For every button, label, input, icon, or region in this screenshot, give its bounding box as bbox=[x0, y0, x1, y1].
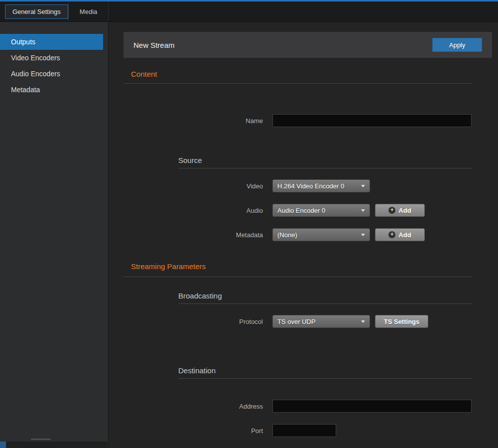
tab-divider bbox=[108, 1, 109, 21]
bottom-left-corner-accent bbox=[0, 442, 6, 448]
sidebar-list: Outputs Video Encoders Audio Encoders Me… bbox=[0, 22, 108, 98]
video-label: Video bbox=[124, 182, 263, 190]
chevron-down-icon bbox=[361, 209, 365, 212]
chevron-down-icon bbox=[361, 185, 365, 187]
subsection-title-source: Source bbox=[178, 156, 202, 164]
metadata-dropdown[interactable]: (None) bbox=[272, 228, 370, 241]
subsection-title-broadcasting: Broadcasting bbox=[178, 292, 222, 300]
audio-encoder-value: Audio Encoder 0 bbox=[277, 207, 325, 214]
ts-settings-label: TS Settings bbox=[384, 318, 420, 325]
subsection-rule bbox=[178, 303, 472, 304]
add-metadata-button[interactable]: + Add bbox=[375, 228, 425, 241]
subsection-rule bbox=[178, 168, 472, 168]
protocol-value: TS over UDP bbox=[277, 318, 316, 325]
sidebar-item-video-encoders[interactable]: Video Encoders bbox=[0, 50, 103, 66]
section-title-streaming-parameters: Streaming Parameters bbox=[131, 262, 206, 271]
add-metadata-label: Add bbox=[398, 231, 411, 239]
page-title: New Stream bbox=[133, 41, 175, 49]
address-input[interactable] bbox=[272, 400, 472, 413]
chevron-down-icon bbox=[361, 320, 365, 323]
section-rule bbox=[124, 83, 472, 84]
name-input[interactable] bbox=[272, 114, 472, 127]
ts-settings-button[interactable]: TS Settings bbox=[375, 315, 428, 328]
subsection-title-destination: Destination bbox=[178, 366, 216, 375]
protocol-row: Protocol TS over UDP TS Settings bbox=[124, 315, 482, 328]
audio-label: Audio bbox=[124, 207, 263, 214]
address-label: Address bbox=[124, 403, 263, 410]
name-row: Name bbox=[124, 114, 482, 127]
top-tab-bar: General Settings Media bbox=[0, 0, 498, 22]
name-label: Name bbox=[124, 117, 263, 125]
audio-row: Audio Audio Encoder 0 + Add bbox=[124, 204, 482, 217]
metadata-label: Metadata bbox=[124, 231, 263, 239]
audio-encoder-dropdown[interactable]: Audio Encoder 0 bbox=[272, 204, 370, 217]
plus-icon: + bbox=[388, 231, 395, 238]
protocol-label: Protocol bbox=[124, 318, 263, 325]
app-window: General Settings Media Outputs Video Enc… bbox=[0, 0, 498, 448]
sidebar-item-audio-encoders[interactable]: Audio Encoders bbox=[0, 66, 103, 82]
port-row: Port bbox=[124, 424, 482, 437]
add-audio-button[interactable]: + Add bbox=[375, 204, 425, 217]
add-audio-label: Add bbox=[398, 207, 411, 214]
panel-header: New Stream Apply bbox=[124, 32, 492, 58]
video-row: Video H.264 Video Encoder 0 bbox=[124, 179, 482, 192]
chevron-down-icon bbox=[361, 234, 365, 236]
metadata-row: Metadata (None) + Add bbox=[124, 228, 482, 241]
sidebar-item-outputs[interactable]: Outputs bbox=[0, 34, 103, 50]
section-rule bbox=[124, 277, 472, 277]
plus-icon: + bbox=[388, 207, 395, 214]
sidebar: Outputs Video Encoders Audio Encoders Me… bbox=[0, 22, 109, 448]
section-title-content: Content bbox=[131, 70, 157, 78]
metadata-value: (None) bbox=[277, 231, 297, 239]
horizontal-scrollbar-handle[interactable] bbox=[31, 439, 51, 440]
sidebar-item-metadata[interactable]: Metadata bbox=[0, 82, 103, 98]
video-encoder-value: H.264 Video Encoder 0 bbox=[277, 182, 344, 190]
tab-media[interactable]: Media bbox=[69, 5, 108, 18]
main-content: New Stream Apply Content Name Source Vid… bbox=[109, 22, 498, 448]
port-label: Port bbox=[124, 427, 263, 435]
port-input[interactable] bbox=[272, 424, 336, 437]
tab-general-settings[interactable]: General Settings bbox=[5, 4, 68, 19]
apply-button[interactable]: Apply bbox=[432, 38, 482, 52]
protocol-dropdown[interactable]: TS over UDP bbox=[272, 315, 370, 328]
address-row: Address bbox=[124, 400, 482, 413]
sidebar-bottom-strip bbox=[0, 442, 108, 448]
video-encoder-dropdown[interactable]: H.264 Video Encoder 0 bbox=[272, 179, 370, 192]
subsection-rule bbox=[178, 378, 472, 379]
